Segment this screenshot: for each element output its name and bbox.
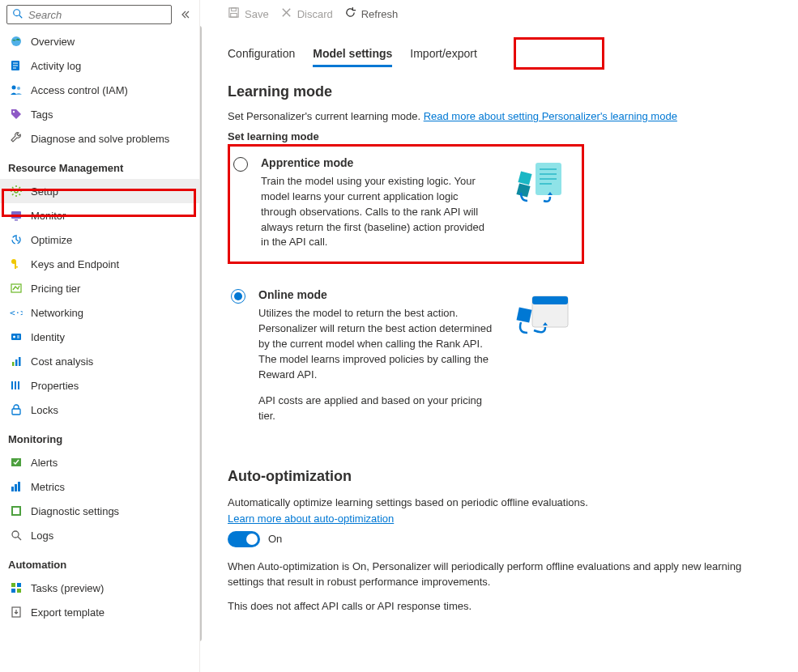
label: Locks	[31, 404, 58, 416]
cost-icon	[10, 355, 23, 368]
optimize-icon	[10, 233, 23, 246]
sidebar-item-optimize[interactable]: Optimize	[0, 228, 199, 252]
tab-import-export[interactable]: Import/export	[410, 42, 476, 67]
scrollbar[interactable]	[200, 26, 202, 641]
tasks-icon	[10, 581, 23, 594]
svg-rect-12	[15, 219, 18, 221]
sidebar-item-activity-log[interactable]: Activity log	[0, 53, 199, 78]
label: Discard	[297, 8, 333, 20]
auto-intro: Automatically optimize learning settings…	[228, 495, 779, 511]
sidebar-item-cost[interactable]: Cost analysis	[0, 349, 199, 373]
learning-mode-title: Learning mode	[228, 83, 779, 100]
label: Diagnostic settings	[31, 505, 119, 517]
svg-rect-16	[15, 266, 18, 268]
collapse-sidebar-button[interactable]	[177, 10, 193, 19]
discard-button[interactable]: Discard	[280, 6, 333, 21]
svg-rect-31	[11, 487, 14, 491]
online-desc: Utilizes the model to return the best ac…	[258, 306, 497, 382]
sidebar-item-tasks[interactable]: Tasks (preview)	[0, 576, 199, 600]
section-automation: Automation	[0, 547, 199, 576]
svg-line-1	[19, 15, 23, 18]
refresh-button[interactable]: Refresh	[344, 6, 399, 21]
svg-rect-23	[12, 362, 15, 366]
learning-intro: Set Personalizer's current learning mode…	[228, 110, 779, 122]
apprentice-illustration	[507, 156, 572, 250]
refresh-icon	[344, 6, 356, 21]
learning-mode-link[interactable]: Read more about setting Personalizer's l…	[424, 110, 677, 122]
sidebar-item-metrics[interactable]: Metrics	[0, 474, 199, 499]
label: Diagnose and solve problems	[31, 133, 169, 145]
monitor-icon	[10, 209, 23, 222]
svg-point-7	[12, 86, 16, 90]
svg-rect-25	[19, 357, 21, 366]
svg-rect-54	[516, 183, 530, 197]
people-icon	[10, 83, 23, 96]
pricing-icon	[10, 282, 23, 295]
sidebar-item-tags[interactable]: Tags	[0, 102, 199, 126]
label: Access control (IAM)	[31, 84, 128, 96]
svg-point-36	[12, 531, 19, 538]
apprentice-radio[interactable]	[233, 157, 248, 172]
tab-configuration[interactable]: Configuration	[228, 42, 295, 67]
online-radio[interactable]	[231, 289, 245, 304]
svg-rect-39	[17, 583, 21, 587]
sidebar-item-locks[interactable]: Locks	[0, 398, 199, 422]
svg-rect-32	[15, 484, 17, 491]
tab-model-settings[interactable]: Model settings	[313, 42, 392, 67]
sidebar-item-monitor[interactable]: Monitor	[0, 203, 199, 228]
auto-optimization-toggle[interactable]	[228, 531, 260, 547]
gear-icon	[10, 185, 23, 198]
online-mode-option[interactable]: Online mode Utilizes the model to return…	[228, 279, 584, 436]
auto-optimization-title: Auto-optimization	[228, 468, 779, 485]
sidebar-item-identity[interactable]: Identity	[0, 325, 199, 349]
label: Setup	[31, 185, 58, 198]
online-title: Online mode	[258, 288, 497, 301]
search-icon	[12, 8, 23, 22]
sidebar-item-logs[interactable]: Logs	[0, 523, 199, 547]
svg-rect-38	[11, 583, 15, 587]
label: Logs	[31, 530, 53, 542]
label: Networking	[31, 307, 83, 319]
label: Export template	[31, 606, 105, 619]
sidebar-item-alerts[interactable]: Alerts	[0, 450, 199, 474]
label: Optimize	[31, 234, 72, 246]
sidebar-item-diagnostic[interactable]: Diagnostic settings	[0, 499, 199, 523]
svg-line-37	[18, 537, 21, 540]
properties-icon	[10, 379, 23, 392]
label: Properties	[31, 380, 79, 392]
svg-rect-33	[18, 482, 20, 491]
auto-para1: When Auto-optimization is On, Personaliz…	[228, 559, 779, 590]
search-box[interactable]	[6, 5, 172, 24]
toggle-label: On	[268, 533, 282, 545]
sidebar-item-overview[interactable]: Overview	[0, 29, 199, 53]
sidebar-item-export-template[interactable]: Export template	[0, 600, 199, 624]
sidebar-item-diagnose[interactable]: Diagnose and solve problems	[0, 126, 199, 151]
sidebar-item-access-control[interactable]: Access control (IAM)	[0, 78, 199, 102]
svg-point-10	[15, 189, 18, 193]
search-input[interactable]	[28, 9, 166, 21]
svg-rect-57	[517, 308, 532, 323]
sidebar-item-setup[interactable]: Setup	[0, 179, 199, 203]
svg-rect-40	[11, 589, 15, 593]
section-monitoring: Monitoring	[0, 422, 199, 450]
label: Tasks (preview)	[31, 582, 104, 594]
svg-rect-45	[231, 13, 237, 17]
sidebar-item-networking[interactable]: <·> Networking	[0, 300, 199, 325]
sidebar-item-pricing[interactable]: Pricing tier	[0, 276, 199, 300]
log-icon	[10, 59, 23, 72]
svg-point-9	[13, 111, 15, 113]
svg-rect-15	[15, 262, 16, 269]
save-icon	[228, 6, 240, 21]
sidebar-item-properties[interactable]: Properties	[0, 373, 199, 398]
apprentice-mode-option[interactable]: Apprentice mode Train the model using yo…	[228, 144, 584, 264]
network-icon: <·>	[10, 306, 23, 319]
svg-rect-24	[15, 359, 18, 366]
save-button[interactable]: Save	[228, 6, 269, 21]
sidebar-item-keys[interactable]: Keys and Endpoint	[0, 252, 199, 276]
online-desc2: API costs are applied and based on your …	[258, 393, 497, 424]
label: Pricing tier	[31, 283, 80, 295]
label: Activity log	[31, 60, 81, 72]
auto-optimization-link[interactable]: Learn more about auto-optimization	[228, 513, 394, 525]
lock-icon	[10, 403, 23, 416]
wrench-icon	[10, 132, 23, 145]
